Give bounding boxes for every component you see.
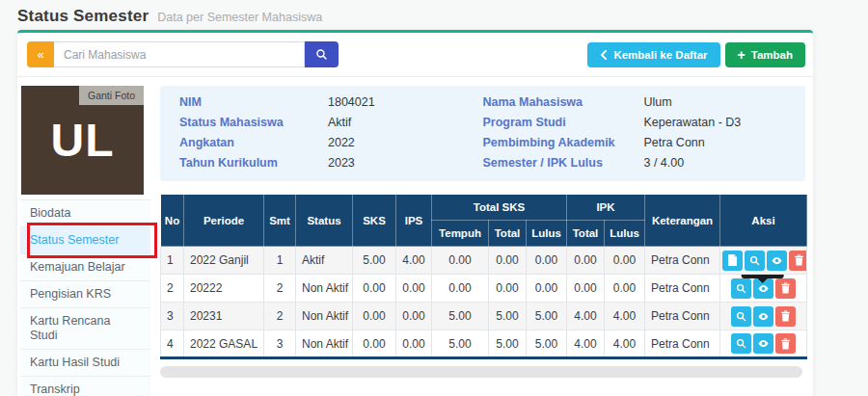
cell-ips: 0.00 bbox=[396, 330, 432, 358]
field-value-angkatan: 2022 bbox=[328, 133, 355, 153]
cell-smt: 1 bbox=[264, 247, 296, 275]
cell-ipk-lulus: 4.00 bbox=[605, 303, 645, 330]
col-header-ipk-total: Total bbox=[567, 221, 605, 247]
cell-status: Non Aktif bbox=[296, 330, 353, 358]
field-label-nama: Nama Mahasiswa bbox=[483, 92, 644, 113]
col-header-tempuh: Tempuh bbox=[432, 221, 489, 247]
delete-action-button[interactable] bbox=[775, 333, 796, 354]
cell-keterangan: Petra Conn bbox=[645, 303, 720, 330]
cell-ips: 0.00 bbox=[396, 275, 432, 303]
add-button[interactable]: + Tambah bbox=[725, 42, 805, 67]
cell-sks: 5.00 bbox=[353, 247, 396, 275]
collapse-button[interactable]: « bbox=[27, 41, 54, 67]
cell-ips: 4.00 bbox=[396, 247, 432, 275]
cell-no: 1 bbox=[161, 247, 184, 275]
cell-tempuh: 5.00 bbox=[432, 303, 489, 330]
cell-no: 3 bbox=[161, 303, 184, 330]
cell-status: Non Aktif bbox=[296, 275, 353, 303]
cell-keterangan: Petra Conn bbox=[645, 330, 720, 358]
cell-ipk-lulus: 0.00 bbox=[605, 275, 645, 303]
view-action-button[interactable] bbox=[767, 251, 787, 271]
search-action-button[interactable] bbox=[731, 306, 751, 327]
student-sidebar: UL Ganti Foto Biodata Status Semester Ke… bbox=[20, 86, 150, 396]
field-label-status-mahasiswa: Status Mahasiswa bbox=[179, 113, 328, 133]
cell-sks: 0.00 bbox=[353, 275, 396, 303]
cell-total-sks-lulus: 5.00 bbox=[527, 303, 567, 330]
col-group-ipk: IPK bbox=[567, 195, 645, 221]
cell-aksi bbox=[720, 247, 807, 275]
trash-icon bbox=[794, 254, 804, 266]
field-value-nim: 1804021 bbox=[328, 92, 375, 113]
search-input[interactable] bbox=[54, 41, 305, 67]
table-row: 4 2022 GASAL 3 Non Aktif 0.00 0.00 5.00 … bbox=[161, 330, 807, 358]
back-to-list-button[interactable]: Kembali ke Daftar bbox=[587, 42, 719, 67]
search-button[interactable] bbox=[305, 41, 339, 67]
eye-icon bbox=[771, 254, 783, 267]
field-value-semester-ipk: 3 / 4.00 bbox=[644, 153, 685, 173]
field-label-semester-ipk: Semester / IPK Lulus bbox=[483, 153, 644, 173]
cell-aksi bbox=[720, 330, 807, 358]
cell-ipk-total: 0.00 bbox=[567, 275, 605, 303]
search-icon bbox=[315, 48, 328, 61]
student-search-group: « bbox=[27, 41, 339, 67]
table-row: 1 2022 Ganjil 1 Aktif 5.00 4.00 0.00 0.0… bbox=[161, 247, 807, 275]
trash-icon bbox=[780, 282, 791, 294]
student-info-panel: NIM1804021 Status MahasiswaAktif Angkata… bbox=[160, 86, 805, 181]
cell-total-sks-total: 0.00 bbox=[489, 275, 527, 303]
cell-ipk-lulus: 0.00 bbox=[605, 247, 645, 275]
col-header-status: Status bbox=[296, 195, 353, 247]
cell-no: 2 bbox=[161, 275, 184, 303]
search-action-button[interactable] bbox=[731, 278, 751, 299]
avatar-initials: UL bbox=[51, 114, 115, 167]
sidebar-item-biodata[interactable]: Biodata bbox=[20, 200, 150, 227]
delete-action-button[interactable] bbox=[775, 278, 796, 299]
cell-total-sks-total: 5.00 bbox=[489, 303, 527, 330]
delete-action-button[interactable] bbox=[789, 251, 807, 271]
sidebar-item-label: Status Semester bbox=[30, 233, 119, 247]
search-action-button[interactable] bbox=[731, 333, 751, 354]
cell-total-sks-lulus: 5.00 bbox=[527, 330, 567, 358]
col-header-periode: Periode bbox=[184, 195, 264, 247]
cell-smt: 2 bbox=[264, 303, 296, 330]
field-value-status-mahasiswa: Aktif bbox=[328, 113, 351, 133]
table-row: 2 20222 2 Non Aktif 0.00 0.00 0.00 0.00 … bbox=[161, 275, 807, 303]
sidebar-item-kartu-hasil-studi[interactable]: Kartu Hasil Studi bbox=[20, 350, 150, 377]
student-info-right: Nama MahasiswaUlum Program StudiKeperawa… bbox=[483, 92, 787, 173]
sidebar-item-kartu-rencana-studi[interactable]: Kartu Rencana Studi bbox=[20, 308, 150, 350]
search-action-button[interactable] bbox=[745, 251, 765, 271]
cell-no: 4 bbox=[161, 330, 184, 358]
cell-periode: 20231 bbox=[184, 303, 264, 330]
cell-ipk-total: 4.00 bbox=[567, 330, 605, 358]
col-header-no: No bbox=[161, 195, 184, 247]
tooltip-label: Detail bbox=[749, 275, 775, 276]
main-panel: NIM1804021 Status MahasiswaAktif Angkata… bbox=[160, 86, 805, 396]
sidebar-item-kemajuan-belajar[interactable]: Kemajuan Belajar bbox=[20, 254, 150, 281]
field-value-nama: Ulum bbox=[644, 92, 672, 113]
sidebar-item-transkrip[interactable]: Transkrip bbox=[20, 377, 150, 396]
change-photo-button[interactable]: Ganti Foto bbox=[79, 86, 144, 105]
card-body: UL Ganti Foto Biodata Status Semester Ke… bbox=[17, 77, 813, 396]
sidebar-item-pengisian-krs[interactable]: Pengisian KRS bbox=[20, 281, 150, 308]
cell-tempuh: 5.00 bbox=[432, 330, 489, 358]
sidebar-item-status-semester[interactable]: Status Semester bbox=[20, 227, 150, 254]
delete-action-button[interactable] bbox=[775, 306, 796, 327]
eye-icon bbox=[757, 310, 770, 323]
cell-periode: 2022 GASAL bbox=[184, 330, 264, 358]
col-header-sks: SKS bbox=[353, 195, 396, 247]
view-action-button[interactable] bbox=[753, 306, 773, 327]
cell-total-sks-lulus: 0.00 bbox=[527, 247, 567, 275]
col-header-total-sks-lulus: Lulus bbox=[527, 221, 567, 247]
page-title: Status Semester bbox=[17, 7, 149, 26]
col-header-ipk-lulus: Lulus bbox=[605, 221, 645, 247]
cell-ipk-total: 0.00 bbox=[567, 247, 605, 275]
cell-tempuh: 0.00 bbox=[432, 275, 489, 303]
cell-ipk-lulus: 4.00 bbox=[605, 330, 645, 358]
file-action-button[interactable] bbox=[722, 251, 743, 271]
add-button-label: Tambah bbox=[751, 49, 793, 61]
view-action-button[interactable] bbox=[753, 333, 773, 354]
file-icon bbox=[727, 254, 738, 266]
plus-icon: + bbox=[738, 48, 746, 62]
col-header-smt: Smt bbox=[264, 195, 296, 247]
field-value-pembimbing: Petra Conn bbox=[644, 133, 705, 153]
horizontal-scrollbar[interactable] bbox=[160, 366, 802, 378]
